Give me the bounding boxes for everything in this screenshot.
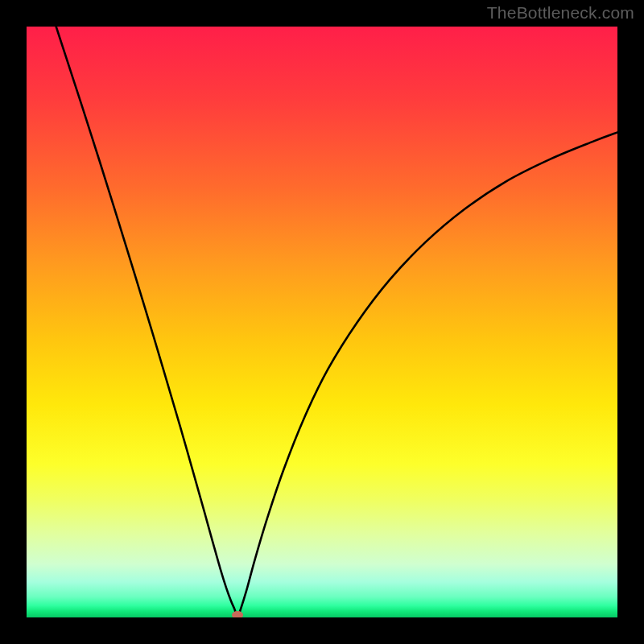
watermark-text: TheBottleneck.com — [487, 3, 634, 23]
bottleneck-curve — [56, 27, 617, 617]
chart-plot-area — [27, 27, 617, 617]
chart-frame: TheBottleneck.com — [0, 0, 644, 644]
chart-svg — [27, 27, 617, 617]
optimum-marker — [232, 611, 243, 617]
